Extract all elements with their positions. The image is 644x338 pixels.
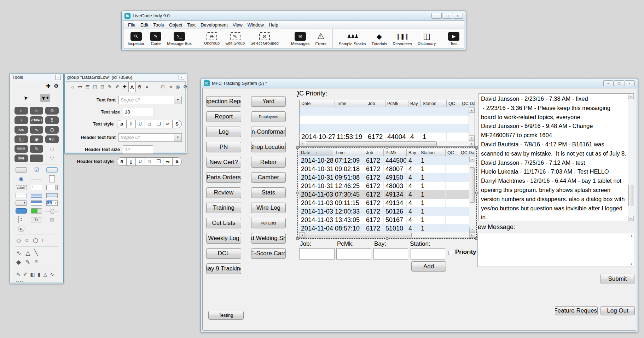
selection-handle[interactable] — [386, 237, 388, 240]
feature-request-button[interactable]: Feature Request — [555, 306, 598, 315]
italic-style-button[interactable]: I — [126, 158, 135, 165]
diamond-shape-tool-icon[interactable]: ◇ — [16, 237, 21, 244]
default-button-tool[interactable] — [46, 167, 58, 173]
nav-button[interactable]: Shop Location — [251, 142, 286, 152]
progress-bar-tool[interactable] — [31, 208, 42, 214]
data-drawer-icon[interactable]: ⊟ — [99, 83, 106, 91]
graph-tool-icon[interactable]: ∿ — [30, 126, 43, 134]
inspector-button[interactable]: ⚲Inspector — [125, 32, 147, 46]
column-header-sorted[interactable]: Date — [299, 149, 333, 156]
box-style-button[interactable]: □ — [145, 158, 154, 165]
menu-item[interactable]: Object — [167, 22, 185, 28]
nav-button[interactable]: Pull Lists — [251, 218, 286, 228]
button-tool[interactable] — [16, 167, 27, 173]
nav-button[interactable]: Weekly Log — [206, 233, 241, 244]
titlebar[interactable]: lc LiveCode Indy 9.0 ─ ▢ × — [122, 11, 466, 21]
bold-style-button[interactable]: B — [117, 158, 126, 165]
behavior-gears-icon[interactable]: ⚙ — [136, 83, 143, 91]
menu-item[interactable]: Help — [266, 22, 281, 28]
vertical-scrollbar[interactable] — [469, 107, 475, 141]
html5-tool-icon[interactable]: 5 — [45, 116, 59, 124]
card-tool[interactable] — [49, 175, 55, 182]
column-header[interactable]: Bay — [407, 149, 419, 156]
nav-button[interactable]: Employees — [251, 111, 286, 122]
table-row[interactable]: 2014-11-0313:43:0561725016741 — [299, 216, 475, 224]
stroke-pencil-tool-icon[interactable]: ✎ — [25, 258, 30, 266]
chevron-down-icon[interactable]: ▼ — [174, 96, 182, 104]
tree-tool-icon[interactable]: ∵ — [45, 155, 59, 162]
nav-button[interactable]: DCL — [206, 248, 241, 259]
nav-button[interactable]: New Cert? — [206, 157, 241, 168]
nav-button[interactable]: Log — [206, 127, 241, 137]
nav-button[interactable]: Bay 9 Tracking — [206, 263, 241, 274]
home-icon[interactable]: ⌂ — [69, 83, 76, 91]
clock-tool-icon[interactable]: ◔ — [14, 116, 28, 124]
table-row[interactable]: 2014-10-2807:12:096172444500941 — [299, 156, 475, 165]
column-header[interactable]: Date — [300, 100, 335, 107]
line-tool-icon[interactable]: ╲ — [34, 249, 38, 257]
titlebar[interactable]: group "DataGridLow" (id 73596) × — [65, 74, 187, 81]
nav-button[interactable]: Rebar — [251, 157, 286, 168]
column-header[interactable]: Time — [333, 149, 364, 156]
nav-button[interactable]: Inspection Report — [206, 96, 241, 107]
android-field-tool-icon[interactable]: ∩ — [14, 107, 28, 115]
close-icon[interactable]: × — [179, 75, 184, 80]
menu-item[interactable]: Tools — [151, 22, 166, 28]
titlebar[interactable]: Tools × — [10, 74, 63, 81]
resources-button[interactable]: ❙❚❙Resources — [390, 32, 415, 46]
menu-item[interactable]: Text — [185, 22, 198, 28]
monitor-tool-icon[interactable]: ▢ — [45, 126, 59, 134]
column-header[interactable]: Station — [419, 149, 446, 156]
selection-handle[interactable] — [296, 146, 299, 149]
more-chevron-icon[interactable]: » — [143, 83, 151, 91]
nav-button[interactable]: Report — [206, 111, 241, 122]
message-board-field[interactable]: David Jansson - 2/23/16 - 7:38 AM - fixe… — [478, 93, 634, 221]
horizontal-scrollbar[interactable] — [299, 232, 475, 238]
box-style-button[interactable]: □ — [145, 120, 154, 128]
edit-pencil-tool-icon[interactable]: ✎ — [30, 145, 43, 153]
player-tool[interactable]: ▶ — [18, 226, 24, 232]
errors-button[interactable]: ⚠Errors — [312, 32, 329, 46]
selection-handle[interactable] — [296, 237, 299, 240]
table-row[interactable]: 2014-11-0309:11:1561724913441 — [299, 199, 475, 207]
list-icon[interactable]: ☰ — [84, 83, 91, 91]
stepper-tool[interactable]: ▲▼ — [18, 216, 24, 223]
card-icon[interactable]: ▭ — [76, 83, 84, 91]
pen-icon[interactable]: ✐ — [114, 83, 121, 91]
nav-button[interactable]: Stats — [251, 187, 286, 198]
maximize-button[interactable]: ▢ — [442, 13, 452, 19]
text-entry-tool[interactable] — [31, 185, 42, 190]
table-row[interactable]: 2014-11-0307:30:4561724913441 — [299, 190, 475, 199]
submit-button[interactable]: Submit — [601, 274, 634, 284]
column-header[interactable]: QC Date — [459, 149, 475, 156]
table-row[interactable]: 2014-11-0312:00:3361725012641 — [299, 207, 475, 216]
browser-tool-icon[interactable]: ⊕ — [45, 107, 59, 115]
curve-tool-icon[interactable]: ∿ — [16, 249, 21, 257]
oval-shape-tool-icon[interactable]: ⬡ — [33, 237, 38, 244]
toggle-tool-icon[interactable] — [30, 155, 43, 162]
message-box-button[interactable]: >_Message Box — [164, 32, 195, 46]
navbar-tool-icon[interactable]: < Title + — [30, 116, 43, 124]
job-field[interactable] — [299, 248, 335, 260]
selection-handle[interactable] — [475, 192, 478, 194]
ungroup-button[interactable]: ⊖Ungroup — [201, 32, 222, 45]
add-button[interactable]: Add — [411, 261, 446, 272]
lasso-polygon-tool-icon[interactable]: △ — [43, 272, 47, 277]
pcmk-field[interactable] — [336, 248, 371, 260]
column-header[interactable]: QC Date — [460, 100, 475, 107]
line-width-tool-icon[interactable]: ≡ — [34, 258, 38, 266]
list-field-tool[interactable] — [31, 193, 42, 198]
chevron-down-icon[interactable]: ▼ — [174, 133, 182, 142]
text-font-input[interactable]: Segoe UI — [118, 96, 174, 104]
priority-checkbox[interactable] — [448, 251, 453, 255]
messages-button[interactable]: ✉Messages — [288, 32, 312, 46]
nav-button[interactable]: Cut Lists — [206, 218, 241, 228]
nav-button[interactable]: Stud Welding Sheet — [251, 233, 286, 244]
select-rectangle-tool[interactable] — [16, 281, 23, 282]
column-header[interactable]: Job — [366, 100, 385, 107]
nav-button[interactable]: E-Score Card — [251, 248, 286, 259]
map-pin-tool-icon[interactable]: ◉ — [30, 135, 43, 143]
bucket-fill-tool-icon[interactable]: ◧ — [30, 272, 35, 277]
nav-button[interactable]: Yard — [251, 96, 286, 107]
segmented-control-tool-icon[interactable]: ☰☰☰ — [14, 145, 28, 153]
